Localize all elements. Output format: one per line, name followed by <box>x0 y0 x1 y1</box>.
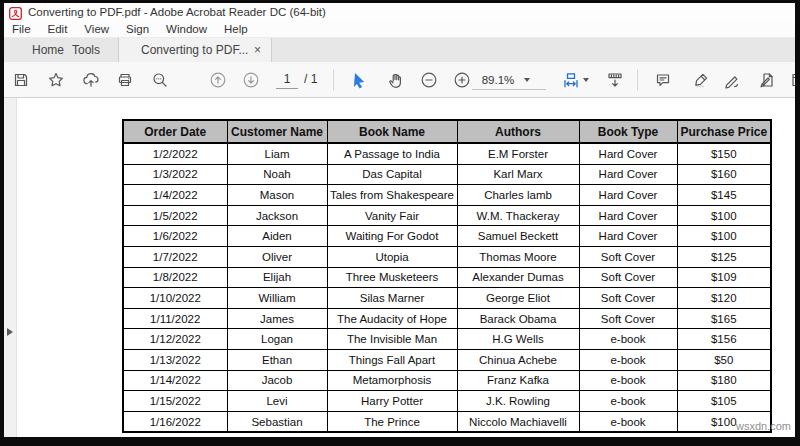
table-cell: A Passage to India <box>327 143 457 164</box>
column-header: Customer Name <box>227 120 327 143</box>
table-cell: 1/15/2022 <box>123 391 227 412</box>
table-cell: Mason <box>227 185 327 206</box>
menu-item-view[interactable]: View <box>84 23 109 35</box>
menu-item-help[interactable]: Help <box>224 23 248 35</box>
table-row: 1/15/2022LeviHarry PotterJ.K. Rowlinge-b… <box>123 391 771 412</box>
menu-item-file[interactable]: File <box>12 23 31 35</box>
table-cell: Hard Cover <box>579 226 677 247</box>
page-number-input[interactable]: 1 <box>276 71 298 89</box>
star-favorites-icon[interactable] <box>46 70 66 90</box>
tab-document[interactable]: Converting to PDF.... × <box>118 38 272 62</box>
table-row: 1/11/2022JamesThe Audacity of HopeBarack… <box>123 308 771 329</box>
menu-item-sign[interactable]: Sign <box>126 23 149 35</box>
comment-icon[interactable] <box>653 70 673 90</box>
table-cell: Niccolo Machiavelli <box>457 411 579 432</box>
table-cell: e-book <box>579 391 677 412</box>
column-header: Book Name <box>327 120 457 143</box>
title-bar: Converting to PDF.pdf - Adobe Acrobat Re… <box>4 3 795 21</box>
table-cell: Sebastian <box>227 411 327 432</box>
zoom-level-dropdown[interactable]: 89.1% <box>472 71 546 90</box>
table-cell: $120 <box>677 288 771 309</box>
select-tool-icon[interactable] <box>349 70 369 90</box>
table-cell: Harry Potter <box>327 391 457 412</box>
expand-sidebar-arrow[interactable] <box>7 328 13 336</box>
table-cell: Hard Cover <box>579 205 677 226</box>
table-cell: Aiden <box>227 226 327 247</box>
page-total-label: / 1 <box>304 71 317 88</box>
table-cell: $156 <box>677 329 771 350</box>
table-cell: Metamorphosis <box>327 370 457 391</box>
table-cell: e-book <box>579 411 677 432</box>
table-cell: 1/2/2022 <box>123 143 227 164</box>
zoom-in-icon[interactable] <box>452 70 472 90</box>
table-cell: Levi <box>227 391 327 412</box>
table-cell: Logan <box>227 329 327 350</box>
table-cell: Jackson <box>227 205 327 226</box>
table-cell: E.M Forster <box>457 143 579 164</box>
table-cell: Karl Marx <box>457 164 579 185</box>
stamp-tools-icon[interactable] <box>757 70 777 90</box>
table-cell: $109 <box>677 267 771 288</box>
tab-bar: Home Tools Converting to PDF.... × <box>4 37 795 62</box>
menu-item-edit[interactable]: Edit <box>48 23 68 35</box>
tab-home[interactable]: Home <box>32 38 64 62</box>
table-row: 1/2/2022LiamA Passage to IndiaE.M Forste… <box>123 143 771 164</box>
table-row: 1/12/2022LoganThe Invisible ManH.G Wells… <box>123 329 771 350</box>
fill-and-sign-icon[interactable] <box>722 70 742 90</box>
table-cell: Liam <box>227 143 327 164</box>
table-cell: Things Fall Apart <box>327 349 457 370</box>
column-header: Authors <box>457 120 579 143</box>
chevron-down-icon[interactable] <box>583 78 589 82</box>
find-icon[interactable] <box>150 70 170 90</box>
table-cell: 1/3/2022 <box>123 164 227 185</box>
fit-width-icon[interactable] <box>561 70 581 90</box>
print-icon[interactable] <box>115 70 135 90</box>
table-cell: 1/5/2022 <box>123 205 227 226</box>
table-cell: 1/12/2022 <box>123 329 227 350</box>
table-cell: e-book <box>579 370 677 391</box>
table-cell: George Eliot <box>457 288 579 309</box>
window-title: Converting to PDF.pdf - Adobe Acrobat Re… <box>28 6 326 18</box>
table-cell: $150 <box>677 143 771 164</box>
page-scrolling-icon[interactable] <box>605 70 625 90</box>
table-cell: Samuel Beckett <box>457 226 579 247</box>
highlight-icon[interactable] <box>691 70 711 90</box>
clipped-tool-icon[interactable] <box>788 70 795 90</box>
navigation-pane-strip <box>4 98 17 437</box>
table-cell: The Invisible Man <box>327 329 457 350</box>
pdf-table-body: 1/2/2022LiamA Passage to IndiaE.M Forste… <box>123 143 771 432</box>
previous-page-icon[interactable] <box>208 70 228 90</box>
zoom-out-icon[interactable] <box>419 70 439 90</box>
acrobat-app-icon <box>9 6 22 19</box>
cloud-share-icon[interactable] <box>81 70 101 90</box>
close-icon[interactable]: × <box>254 44 261 56</box>
table-cell: Soft Cover <box>579 288 677 309</box>
table-cell: Three Musketeers <box>327 267 457 288</box>
table-row: 1/4/2022MasonTales from ShakespeareCharl… <box>123 185 771 206</box>
table-cell: e-book <box>579 329 677 350</box>
table-cell: James <box>227 308 327 329</box>
table-cell: Vanity Fair <box>327 205 457 226</box>
table-cell: 1/11/2022 <box>123 308 227 329</box>
menu-item-window[interactable]: Window <box>166 23 207 35</box>
table-cell: $165 <box>677 308 771 329</box>
table-cell: Oliver <box>227 246 327 267</box>
table-cell: $50 <box>677 349 771 370</box>
table-cell: W.M. Thackeray <box>457 205 579 226</box>
column-header: Purchase Price <box>677 120 771 143</box>
table-header-row: Order DateCustomer NameBook NameAuthorsB… <box>123 120 771 143</box>
table-cell: 1/6/2022 <box>123 226 227 247</box>
table-cell: The Prince <box>327 411 457 432</box>
next-page-icon[interactable] <box>241 70 261 90</box>
document-pane: Order DateCustomer NameBook NameAuthorsB… <box>4 98 795 437</box>
save-icon[interactable] <box>11 70 31 90</box>
table-cell: $180 <box>677 370 771 391</box>
hand-tool-icon[interactable] <box>386 70 406 90</box>
table-row: 1/14/2022JacobMetamorphosisFranz Kafkae-… <box>123 370 771 391</box>
tab-tools[interactable]: Tools <box>72 38 100 62</box>
table-row: 1/6/2022AidenWaiting For GodotSamuel Bec… <box>123 226 771 247</box>
table-cell: Elijah <box>227 267 327 288</box>
column-header: Book Type <box>579 120 677 143</box>
toolbar-divider <box>637 69 638 91</box>
table-cell: Jacob <box>227 370 327 391</box>
